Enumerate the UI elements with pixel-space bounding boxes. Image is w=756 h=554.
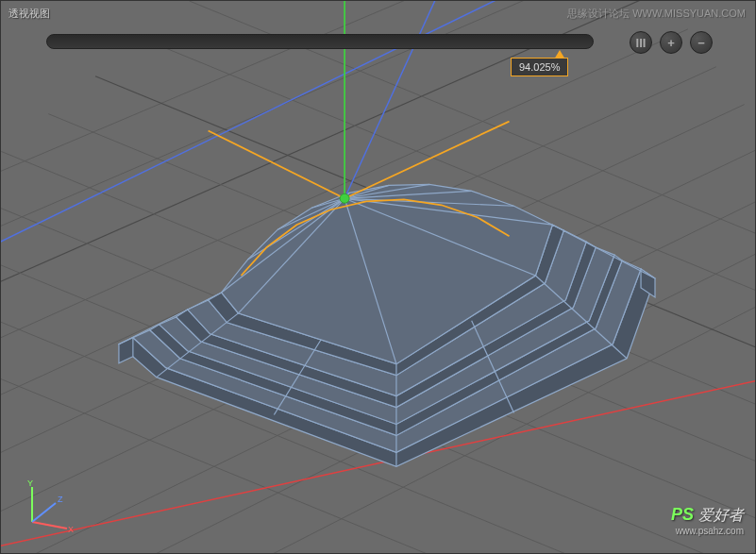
watermark-top: 思缘设计论坛 WWW.MISSYUAN.COM: [567, 7, 746, 21]
mesh-object[interactable]: [119, 95, 655, 467]
svg-line-40: [344, 198, 396, 363]
viewport-3d[interactable]: [1, 1, 755, 553]
grid-floor: [1, 1, 755, 553]
axis-y-label: Y: [27, 478, 33, 488]
svg-line-13: [1, 151, 755, 518]
svg-line-50: [209, 131, 345, 199]
svg-line-8: [1, 1, 631, 368]
viewport-label: 透视视图: [8, 7, 50, 21]
svg-line-2: [1, 217, 755, 553]
minus-button[interactable]: −: [690, 31, 713, 54]
svg-line-31: [277, 198, 344, 229]
svg-line-55: [32, 522, 67, 529]
svg-marker-19: [119, 269, 655, 466]
svg-marker-26: [188, 230, 587, 395]
axis-indicator: Y X Z: [18, 479, 75, 536]
svg-line-32: [311, 198, 344, 208]
svg-line-42: [119, 293, 222, 344]
svg-line-48: [472, 321, 514, 413]
svg-line-15: [95, 76, 755, 444]
svg-marker-28: [222, 184, 553, 363]
svg-line-47: [274, 340, 321, 415]
svg-marker-21: [641, 269, 655, 297]
pause-button[interactable]: III: [630, 31, 652, 54]
svg-line-3: [48, 255, 755, 553]
svg-line-10: [1, 189, 755, 553]
world-axis-x: [1, 378, 755, 553]
svg-line-12: [1, 264, 754, 553]
svg-line-34: [344, 185, 389, 198]
svg-line-11: [1, 227, 755, 553]
svg-line-49: [344, 122, 509, 199]
svg-line-45: [535, 276, 627, 359]
svg-marker-20: [119, 338, 133, 363]
svg-marker-25: [176, 242, 596, 407]
svg-line-6: [1, 29, 688, 444]
watermark-bottom: PS 爱好者 www.psahz.com: [671, 505, 744, 536]
svg-line-17: [190, 1, 755, 368]
svg-line-16: [143, 39, 755, 406]
svg-marker-27: [209, 225, 564, 375]
plus-button[interactable]: +: [660, 31, 682, 54]
svg-line-14: [48, 114, 755, 481]
svg-line-46: [552, 225, 655, 278]
svg-line-52: [344, 1, 444, 198]
svg-marker-22: [133, 260, 641, 452]
svg-line-37: [344, 198, 513, 206]
svg-line-1: [1, 179, 755, 553]
selected-edge[interactable]: [241, 199, 509, 276]
svg-line-29: [222, 198, 345, 293]
svg-line-35: [344, 184, 429, 198]
svg-line-0: [1, 142, 755, 553]
slider-value-readout: 94.025%: [511, 58, 568, 76]
svg-line-33: [344, 193, 349, 198]
svg-line-38: [344, 198, 552, 225]
svg-line-5: [1, 67, 716, 481]
svg-line-41: [344, 198, 535, 276]
svg-marker-24: [160, 247, 614, 424]
svg-line-56: [32, 503, 56, 522]
svg-line-30: [247, 198, 344, 260]
svg-line-43: [157, 313, 239, 378]
svg-line-39: [239, 198, 345, 313]
axis-x-label: X: [68, 525, 74, 534]
svg-line-18: [1, 302, 707, 553]
svg-line-4: [1, 105, 745, 519]
axis-z-label: Z: [58, 495, 63, 504]
progress-slider[interactable]: [46, 32, 594, 51]
svg-line-36: [344, 191, 472, 198]
svg-marker-23: [150, 255, 622, 435]
svg-point-53: [340, 193, 349, 203]
slider-track[interactable]: [46, 34, 594, 49]
